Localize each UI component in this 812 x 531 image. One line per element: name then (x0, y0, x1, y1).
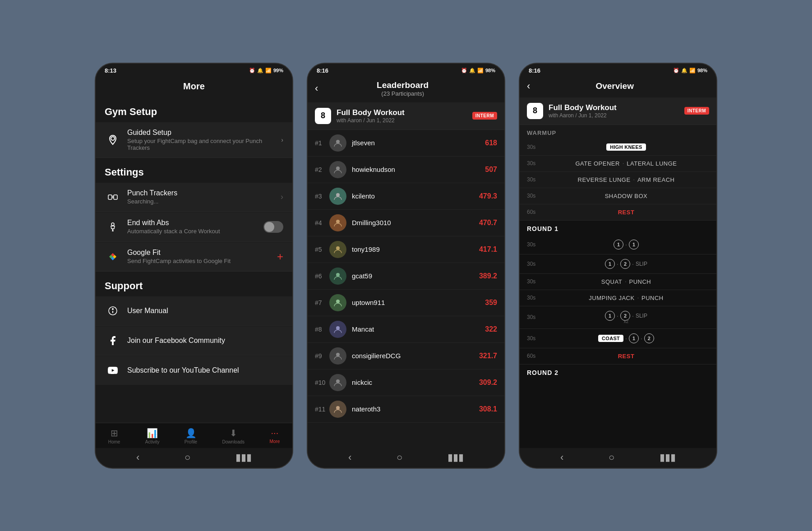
battery-label-2: 98% (485, 68, 495, 73)
combo-1-2-slip: 1 · 2 · SLIP (605, 259, 647, 269)
alarm-icon: ⏰ (249, 68, 255, 74)
tab-more[interactable]: ··· More (266, 426, 283, 446)
status-icons-1: ⏰ 🔔 📶 99% (249, 68, 283, 74)
lb-row-4[interactable]: #4 Dmilling3010 470.7 (308, 210, 504, 236)
rank-11: #11 (315, 406, 329, 413)
time-r1-c2: 30s (527, 261, 543, 267)
content-coast: COAST · 1 · 2 (543, 333, 709, 343)
screen3-header: ‹ Overview (520, 76, 716, 97)
tab-home-label: Home (108, 439, 120, 444)
svg-point-12 (336, 140, 340, 143)
punch-trackers-text: Punch Trackers Searching... (127, 189, 281, 205)
lb-row-9[interactable]: #9 consigiliereDCG 321.7 (308, 343, 504, 369)
punch-x2a: 1 (605, 311, 615, 321)
tab-more-label: More (269, 439, 280, 444)
back-button-2[interactable]: ‹ (315, 83, 318, 94)
rank-3: #3 (315, 193, 329, 200)
svg-rect-2 (114, 195, 117, 199)
home-nav-2[interactable]: ○ (397, 452, 402, 463)
home-nav-3[interactable]: ○ (609, 452, 614, 463)
lb-row-2[interactable]: #2 howieknudson 507 (308, 157, 504, 183)
tab-activity[interactable]: 📊 Activity (142, 426, 163, 446)
round2-label: ROUND 2 (520, 365, 716, 379)
lb-row-8[interactable]: #8 Mancat 322 (308, 316, 504, 343)
name-7: uptown911 (352, 299, 485, 306)
rank-2: #2 (315, 166, 329, 173)
lb-row-5[interactable]: #5 tony1989 417.1 (308, 236, 504, 263)
avatar-7 (329, 294, 346, 311)
back-nav-1[interactable]: ‹ (136, 452, 139, 463)
gym-setup-header: Gym Setup (96, 98, 292, 122)
exercise-r1-combo1: 30s 1 · 1 (520, 235, 716, 254)
home-nav-1[interactable]: ○ (185, 452, 190, 463)
overview-content: WARMUP 30s HIGH KNEES 30s GATE OPENER · … (520, 125, 716, 448)
name-3: kcilento (352, 192, 479, 200)
avatar-4 (329, 214, 346, 231)
time-shadow-box: 30s (527, 193, 543, 199)
user-manual-item[interactable]: User Manual (96, 296, 292, 326)
name-8: Mancat (352, 325, 485, 333)
svg-point-18 (336, 300, 340, 303)
guided-setup-item[interactable]: Guided Setup Setup your FightCamp bag an… (96, 122, 292, 158)
lb-row-11[interactable]: #11 nateroth3 308.1 (308, 396, 504, 423)
lb-row-1[interactable]: #1 jtlseven 618 (308, 130, 504, 157)
signal-icon: 📶 (265, 68, 272, 74)
tab-home[interactable]: ⊞ Home (105, 426, 124, 446)
exercise-coast: 30s COAST · 1 · 2 (520, 329, 716, 348)
exercise-high-knees: 30s HIGH KNEES (520, 139, 716, 156)
back-nav-2[interactable]: ‹ (348, 452, 351, 463)
content-r1-c1: 1 · 1 (543, 240, 709, 249)
status-bar-3: 8:16 ⏰ 🔔 📶 98% (520, 64, 716, 76)
punch-1b: 1 (629, 240, 639, 249)
content-squat-punch: SQUAT · PUNCH (543, 278, 709, 285)
facebook-text: Join our Facebook Community (127, 337, 283, 345)
punch-trackers-arrow: › (281, 192, 283, 202)
punch-trackers-item[interactable]: Punch Trackers Searching... › (96, 183, 292, 212)
status-time-2: 8:16 (317, 67, 328, 74)
reverse-lunge-name: REVERSE LUNGE (578, 176, 631, 183)
svg-point-9 (112, 308, 114, 310)
back-button-3[interactable]: ‹ (527, 80, 530, 92)
end-with-abs-item[interactable]: End with Abs Automatically stack a Core … (96, 212, 292, 242)
time-r1-c1: 30s (527, 241, 543, 248)
lb-row-6[interactable]: #6 gcat59 389.2 (308, 263, 504, 290)
svg-rect-10 (112, 311, 113, 313)
home-icon: ⊞ (111, 428, 118, 439)
rank-6: #6 (315, 272, 329, 280)
name-11: nateroth3 (352, 405, 479, 413)
score-10: 309.2 (479, 379, 497, 387)
user-manual-text: User Manual (127, 307, 283, 315)
workout-title-2: Full Body Workout (337, 108, 472, 117)
score-7: 359 (485, 299, 497, 307)
tab-profile[interactable]: 👤 Profile (181, 426, 201, 446)
workout-info-3: Full Body Workout with Aaron / Jun 1, 20… (549, 103, 684, 119)
svg-point-17 (336, 273, 340, 277)
recents-nav-1[interactable]: ▮▮▮ (235, 452, 252, 463)
name-6: gcat59 (352, 272, 479, 280)
lb-row-7[interactable]: #7 uptown911 359 (308, 290, 504, 316)
leaderboard-title: Leaderboard (323, 80, 483, 90)
nav-system-3: ‹ ○ ▮▮▮ (520, 448, 716, 468)
score-3: 479.3 (479, 192, 497, 200)
lb-row-3[interactable]: #3 kcilento 479.3 (308, 183, 504, 210)
recents-nav-2[interactable]: ▮▮▮ (448, 452, 464, 463)
end-with-abs-toggle[interactable] (263, 221, 283, 233)
name-1: jtlseven (352, 139, 485, 147)
tab-downloads[interactable]: ⬇ Downloads (219, 426, 248, 446)
score-4: 470.7 (479, 219, 497, 227)
google-fit-subtitle: Send FightCamp activities to Google Fit (127, 258, 277, 264)
youtube-item[interactable]: Subscribe to our YouTube Channel (96, 356, 292, 385)
volume-icon-2: 🔔 (469, 68, 475, 74)
facebook-item[interactable]: Join our Facebook Community (96, 326, 292, 356)
svg-rect-1 (108, 195, 112, 199)
google-fit-item[interactable]: Google Fit Send FightCamp activities to … (96, 242, 292, 272)
recents-nav-3[interactable]: ▮▮▮ (660, 452, 676, 463)
nav-system-2: ‹ ○ ▮▮▮ (308, 448, 504, 468)
score-9: 321.7 (479, 352, 497, 360)
back-nav-3[interactable]: ‹ (560, 452, 563, 463)
interm-badge-3: INTERM (684, 107, 709, 115)
google-fit-plus[interactable]: + (277, 250, 283, 263)
lb-row-10[interactable]: #10 nickcic 309.2 (308, 369, 504, 396)
tab-downloads-label: Downloads (222, 439, 245, 444)
guided-setup-arrow: › (281, 136, 283, 143)
